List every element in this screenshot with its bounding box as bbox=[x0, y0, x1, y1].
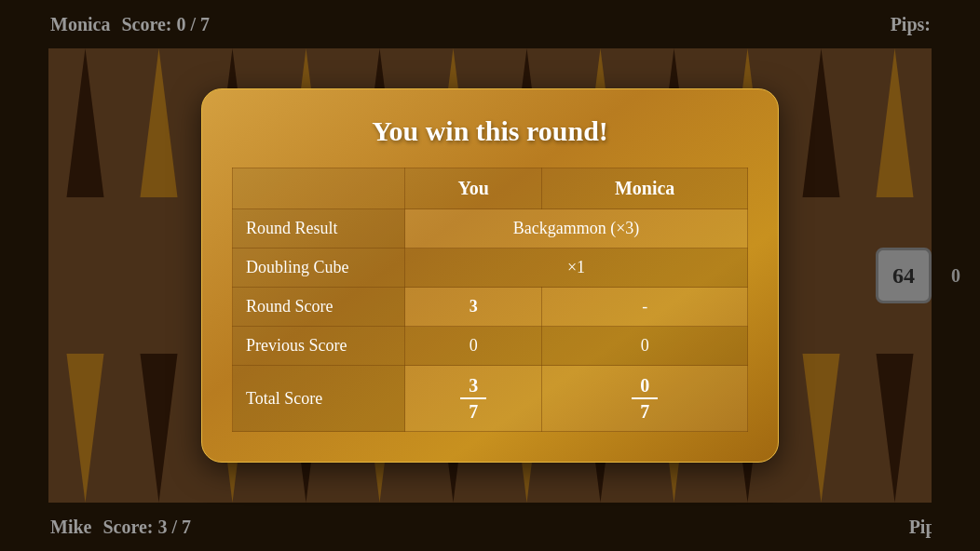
doubling-cube-row: Doubling Cube ×1 bbox=[233, 249, 748, 288]
total-score-row: Total Score 3 7 0 7 bbox=[233, 366, 748, 432]
score-table: You Monica Round Result Backgammon (×3) … bbox=[232, 168, 748, 432]
previous-score-row: Previous Score 0 0 bbox=[233, 327, 748, 366]
round-result-row: Round Result Backgammon (×3) bbox=[233, 209, 748, 249]
header-you: You bbox=[405, 168, 542, 209]
header-label bbox=[233, 168, 405, 209]
monica-fraction-den: 7 bbox=[640, 401, 649, 422]
header-monica: Monica bbox=[542, 168, 748, 209]
modal-overlay: You win this round! You Monica Round Res… bbox=[0, 0, 980, 551]
monica-fraction-line bbox=[632, 397, 658, 399]
doubling-cube-cell: ×1 bbox=[405, 249, 748, 288]
round-score-monica: - bbox=[542, 288, 748, 327]
previous-score-you: 0 bbox=[405, 327, 542, 366]
round-score-you: 3 bbox=[405, 288, 542, 327]
round-score-label: Round Score bbox=[233, 288, 405, 327]
you-fraction-line bbox=[460, 397, 486, 399]
you-fraction-num: 3 bbox=[469, 375, 478, 396]
score-modal: You win this round! You Monica Round Res… bbox=[201, 88, 779, 463]
monica-fraction: 0 7 bbox=[555, 375, 734, 422]
modal-title: You win this round! bbox=[232, 115, 748, 147]
round-score-row: Round Score 3 - bbox=[233, 288, 748, 327]
total-score-monica: 0 7 bbox=[542, 366, 748, 432]
round-result-value: Backgammon (×3) bbox=[405, 209, 748, 249]
doubling-cube-label: Doubling Cube bbox=[233, 249, 405, 288]
total-score-label: Total Score bbox=[233, 366, 405, 432]
round-result-label: Round Result bbox=[233, 209, 405, 249]
previous-score-monica: 0 bbox=[542, 327, 748, 366]
you-fraction-den: 7 bbox=[469, 401, 478, 422]
total-score-you: 3 7 bbox=[405, 366, 542, 432]
monica-fraction-num: 0 bbox=[640, 375, 649, 396]
you-fraction: 3 7 bbox=[418, 375, 528, 422]
previous-score-label: Previous Score bbox=[233, 327, 405, 366]
